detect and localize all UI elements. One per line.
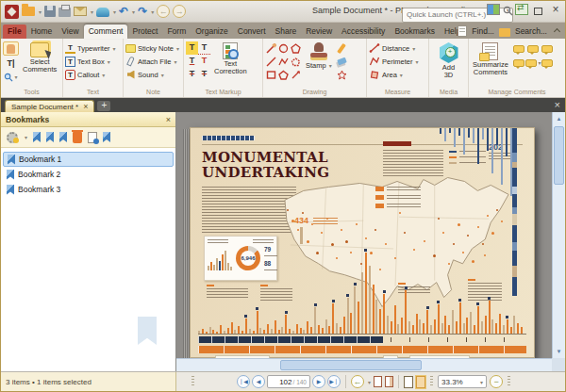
text-box-button[interactable]: TText Box▾ bbox=[65, 55, 110, 68]
delete-bookmark-icon[interactable] bbox=[73, 132, 82, 143]
find-button[interactable]: Find... bbox=[472, 26, 494, 36]
zoom-out-button[interactable]: − bbox=[490, 375, 503, 388]
select-comments-button[interactable]: Select Comments bbox=[21, 41, 58, 74]
scroll-up-icon[interactable]: ▲ bbox=[553, 112, 565, 125]
first-page-button[interactable]: ❘◀ bbox=[237, 375, 250, 388]
redo-icon[interactable]: ↷ bbox=[138, 6, 147, 17]
expand-bookmarks-icon[interactable] bbox=[33, 132, 41, 142]
tab-share[interactable]: Share bbox=[271, 24, 302, 39]
close-document-tab-icon[interactable]: × bbox=[83, 103, 88, 110]
next-page-button[interactable]: ▶ bbox=[312, 375, 325, 388]
hide-comments-icon[interactable] bbox=[513, 59, 524, 67]
previous-comment-icon[interactable] bbox=[527, 45, 539, 53]
session-icon[interactable] bbox=[96, 8, 109, 17]
open-file-icon[interactable] bbox=[22, 7, 35, 16]
tab-comment[interactable]: Comment bbox=[84, 24, 128, 39]
last-page-button[interactable]: ▶❘ bbox=[327, 375, 341, 388]
bookmarks-options-icon[interactable] bbox=[7, 132, 18, 143]
email-dropdown-icon[interactable]: ▾ bbox=[91, 8, 93, 15]
select-text-button[interactable]: T| bbox=[3, 56, 19, 70]
print-icon[interactable] bbox=[58, 8, 71, 17]
bookmark-item[interactable]: Bookmark 2 bbox=[3, 167, 174, 182]
switch-ui-icon[interactable] bbox=[515, 4, 528, 15]
history-forward-button[interactable]: → bbox=[173, 5, 186, 18]
squiggly-underline-icon[interactable]: T bbox=[198, 41, 210, 55]
previous-page-button[interactable]: ◀ bbox=[252, 375, 265, 388]
single-page-layout-button[interactable] bbox=[404, 376, 413, 388]
underline-text-icon[interactable]: T bbox=[186, 55, 198, 68]
perimeter-button[interactable]: Perimeter▾ bbox=[369, 55, 419, 68]
polyline-tool-icon[interactable] bbox=[278, 57, 289, 67]
history-back-button[interactable]: ← bbox=[157, 5, 170, 18]
session-dropdown-icon[interactable]: ▾ bbox=[113, 8, 116, 15]
save-icon[interactable] bbox=[44, 6, 56, 17]
typewriter-button[interactable]: TTypewriter▾ bbox=[65, 41, 116, 55]
polygon-tool-icon[interactable] bbox=[291, 43, 301, 54]
horizontal-scroll-thumb[interactable] bbox=[280, 360, 422, 370]
comment-styles-icon[interactable] bbox=[525, 59, 537, 67]
document-tab[interactable]: Sample Document * × bbox=[5, 100, 94, 112]
sound-button[interactable]: Sound▾ bbox=[125, 68, 164, 81]
attach-file-button[interactable]: Attach File▾ bbox=[125, 55, 176, 68]
document-view[interactable]: MONUMENTAL UNDERTAKING 202 bbox=[176, 112, 565, 371]
area-button[interactable]: Area▾ bbox=[369, 68, 403, 81]
highlight-text-icon[interactable]: T bbox=[186, 41, 198, 55]
bookmark-settings-icon[interactable] bbox=[103, 132, 110, 142]
replace-text-icon[interactable]: T bbox=[198, 68, 210, 81]
cloud-tool-icon[interactable] bbox=[291, 57, 301, 67]
new-bookmark-icon[interactable] bbox=[59, 132, 67, 142]
text-correction-button[interactable]: Text Correction bbox=[212, 41, 249, 76]
search-button[interactable]: Search... bbox=[515, 26, 547, 36]
split-page-icon[interactable] bbox=[385, 376, 393, 387]
collapse-bookmarks-icon[interactable] bbox=[46, 132, 54, 142]
highlighter-tool-icon[interactable] bbox=[338, 42, 347, 53]
new-document-tab-button[interactable]: + bbox=[97, 101, 110, 111]
export-comments-icon[interactable] bbox=[541, 59, 553, 67]
bookmark-item[interactable]: Bookmark 1 bbox=[3, 152, 174, 167]
pencil-tool-icon[interactable] bbox=[266, 43, 276, 54]
open-dropdown-icon[interactable]: ▾ bbox=[39, 8, 42, 15]
ribbon-collapse-icon[interactable] bbox=[554, 27, 560, 34]
ui-options-icon[interactable] bbox=[487, 4, 500, 15]
tab-bookmarks[interactable]: Bookmarks bbox=[390, 24, 440, 39]
tab-view[interactable]: View bbox=[57, 24, 83, 39]
email-icon[interactable] bbox=[74, 7, 87, 16]
hand-tool-button[interactable] bbox=[3, 41, 19, 56]
tab-accessibility[interactable]: Accessibility bbox=[337, 24, 390, 39]
pentagon-tool-icon[interactable] bbox=[278, 70, 289, 80]
arrow-tool-icon[interactable] bbox=[291, 70, 301, 80]
zoom-tool-button[interactable]: ▾ bbox=[3, 70, 19, 84]
add-3d-button[interactable]: Add 3D bbox=[438, 41, 460, 80]
strikeout-text-icon[interactable]: T bbox=[186, 68, 198, 81]
zoom-level-select[interactable]: 33.3%▾ bbox=[438, 375, 487, 388]
vertical-scroll-thumb[interactable] bbox=[554, 126, 564, 185]
restore-window-button[interactable] bbox=[534, 8, 542, 15]
circle-tool-icon[interactable] bbox=[278, 43, 289, 54]
page-number-box[interactable]: 102 / 140 bbox=[267, 375, 310, 388]
tab-protect[interactable]: Protect bbox=[127, 24, 162, 39]
bookmarks-options-dropdown-icon[interactable]: ▾ bbox=[25, 134, 27, 140]
undo-icon[interactable]: ↶ bbox=[119, 6, 128, 17]
rectangle-tool-icon[interactable] bbox=[266, 70, 276, 80]
tab-form[interactable]: Form bbox=[162, 24, 191, 39]
next-comment-icon[interactable] bbox=[513, 45, 524, 53]
bookmark-item[interactable]: Bookmark 3 bbox=[3, 182, 174, 197]
stamp-button[interactable]: Stamp ▾ bbox=[304, 41, 334, 71]
close-document-button[interactable]: × bbox=[555, 99, 560, 110]
distance-button[interactable]: Distance▾ bbox=[369, 41, 415, 55]
tab-organize[interactable]: Organize bbox=[191, 24, 233, 39]
tab-home[interactable]: Home bbox=[26, 24, 58, 39]
callout-button[interactable]: TCallout▾ bbox=[65, 68, 105, 81]
view-history-dropdown-icon[interactable]: ▾ bbox=[368, 379, 371, 385]
redo-dropdown-icon[interactable]: ▾ bbox=[151, 8, 154, 15]
splitter-grip[interactable] bbox=[191, 376, 194, 387]
ui-options-dropdown-icon[interactable]: ▾ bbox=[507, 7, 509, 13]
undo-dropdown-icon[interactable]: ▾ bbox=[132, 8, 135, 15]
scroll-down-icon[interactable]: ▼ bbox=[553, 345, 565, 358]
close-window-button[interactable]: × bbox=[548, 3, 563, 16]
continuous-layout-button[interactable] bbox=[416, 376, 425, 388]
snapshot-page-icon[interactable] bbox=[374, 376, 382, 387]
horizontal-scrollbar[interactable] bbox=[176, 358, 552, 371]
tab-review[interactable]: Review bbox=[301, 24, 337, 39]
previous-view-button[interactable]: ← bbox=[351, 375, 364, 388]
